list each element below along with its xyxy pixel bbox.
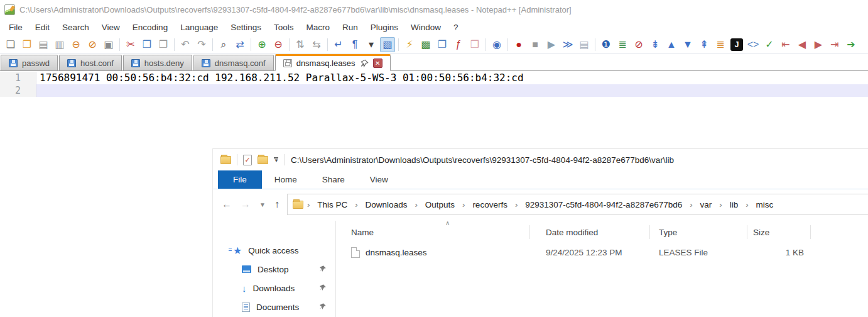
toolbar-nav-first-icon[interactable]: ⇤: [778, 37, 793, 52]
toolbar-nav-next-icon[interactable]: ▶: [811, 37, 826, 52]
toolbar-stop-macro-icon[interactable]: ■: [528, 37, 543, 52]
file-icon: [351, 247, 360, 258]
breadcrumb-lib[interactable]: lib: [726, 200, 742, 209]
gutter-fill: [0, 97, 36, 317]
toolbar-indent-guide-icon[interactable]: ▧: [380, 37, 395, 52]
toolbar-function-list-icon[interactable]: ƒ: [451, 37, 466, 52]
toolbar-close-all-icon[interactable]: ⊘: [85, 37, 100, 52]
toolbar-word-wrap-icon[interactable]: ↵: [331, 37, 346, 52]
toolbar-document-switcher-icon[interactable]: ❐: [435, 37, 450, 52]
toolbar-close-icon[interactable]: ⊖: [68, 37, 84, 52]
menu-edit[interactable]: Edit: [29, 21, 56, 34]
toolbar-nav-last-icon[interactable]: ⇥: [827, 37, 842, 52]
toolbar-json-plugin-icon[interactable]: J: [730, 38, 743, 51]
toolbar-toolbar-dropdown-icon[interactable]: ▾: [364, 37, 379, 52]
toolbar-play-macro-icon[interactable]: ▶: [544, 37, 559, 52]
breadcrumb-guid[interactable]: 92931307-c5fd-4804-94f2-a8287e677bd6: [521, 200, 686, 209]
toolbar-unfold-current-icon[interactable]: ▼: [680, 37, 695, 52]
sidebar-item-quick-access[interactable]: ★ Quick access: [213, 241, 335, 260]
menu-run[interactable]: Run: [336, 21, 364, 34]
tab-hosts-deny[interactable]: hosts.deny: [123, 55, 192, 70]
toolbar-bookmark-clear-icon[interactable]: ⊘: [631, 37, 646, 52]
toolbar-xml-tools-icon[interactable]: <>: [746, 37, 761, 52]
customize-qat-dropdown-icon[interactable]: ▼: [274, 157, 279, 162]
new-folder-icon[interactable]: [258, 156, 268, 164]
menu-file[interactable]: File: [3, 21, 29, 34]
toolbar-spell-check-icon[interactable]: ✓: [762, 37, 777, 52]
close-tab-icon[interactable]: ✕: [373, 58, 382, 68]
forward-button[interactable]: →: [241, 199, 251, 210]
ribbon-tab-share[interactable]: Share: [310, 170, 357, 189]
breadcrumb-outputs[interactable]: Outputs: [421, 200, 458, 209]
toolbar-compare-go-icon[interactable]: ➔: [844, 37, 859, 52]
tab-passwd[interactable]: passwd: [1, 55, 58, 70]
column-header-name[interactable]: Name: [346, 225, 530, 239]
toolbar-folder-as-workspace-icon[interactable]: ❒: [467, 37, 482, 52]
toolbar-new-file-icon[interactable]: ❏: [3, 37, 18, 52]
menu-view[interactable]: View: [95, 21, 126, 34]
column-header-type[interactable]: Type: [650, 225, 747, 239]
breadcrumb-this-pc[interactable]: This PC: [313, 200, 351, 209]
column-header-size[interactable]: Size: [747, 225, 811, 239]
breadcrumb-recoverfs[interactable]: recoverfs: [469, 200, 511, 209]
toolbar-show-all-characters-icon[interactable]: ¶: [347, 37, 362, 52]
breadcrumb-var[interactable]: var: [697, 200, 716, 209]
toolbar-open-file-icon[interactable]: ❐: [19, 37, 35, 52]
toolbar-sync-vertical-icon[interactable]: ⇅: [293, 37, 308, 52]
toolbar-document-monitor-eye-icon[interactable]: ◉: [489, 37, 504, 52]
toolbar-save-icon[interactable]: ▤: [36, 37, 51, 52]
toolbar-paste-icon[interactable]: ❐: [156, 37, 171, 52]
toolbar-unfold-all-icon[interactable]: ⇞: [697, 37, 712, 52]
sidebar-item-documents[interactable]: Documents: [213, 298, 335, 316]
toolbar-zoom-out-icon[interactable]: ⊖: [271, 37, 286, 52]
toolbar-file-monitoring-icon[interactable]: ▩: [418, 37, 433, 52]
back-button[interactable]: ←: [222, 199, 232, 210]
ribbon-tab-file[interactable]: File: [218, 170, 262, 189]
tab-host-conf[interactable]: host.conf: [59, 55, 122, 70]
toolbar-run-macro-multiple-icon[interactable]: ≫: [560, 37, 575, 52]
breadcrumb-downloads[interactable]: Downloads: [362, 200, 411, 209]
toolbar-launch-run-icon[interactable]: ⚡: [402, 37, 417, 52]
menu-settings[interactable]: Settings: [224, 21, 268, 34]
toolbar-redo-icon[interactable]: ↷: [194, 37, 209, 52]
tab-dnsmasq-leases[interactable]: dnsmasq.leases ✕: [275, 54, 391, 71]
toolbar-view-options-icon[interactable]: ≣: [713, 37, 728, 52]
menu-window[interactable]: Window: [404, 21, 447, 34]
toolbar-record-macro-icon[interactable]: ●: [511, 37, 526, 52]
sidebar-item-desktop[interactable]: Desktop: [213, 260, 335, 279]
toolbar-print-icon[interactable]: ▣: [101, 37, 116, 52]
ribbon-tab-view[interactable]: View: [357, 170, 401, 189]
menu-help[interactable]: ?: [447, 21, 465, 34]
toolbar-zoom-in-icon[interactable]: ⊕: [254, 37, 269, 52]
breadcrumb-misc[interactable]: misc: [752, 200, 778, 209]
toolbar-save-macro-icon[interactable]: ▤: [577, 37, 592, 52]
menu-language[interactable]: Language: [174, 21, 224, 34]
recent-locations-dropdown-icon[interactable]: ▼: [259, 201, 266, 208]
menu-search[interactable]: Search: [56, 21, 95, 34]
toolbar-undo-icon[interactable]: ↶: [178, 37, 193, 52]
toolbar-result-badge-1-icon[interactable]: ❶: [599, 37, 614, 52]
column-header-date-modified[interactable]: Date modified: [530, 225, 650, 239]
toolbar-nav-previous-icon[interactable]: ◀: [795, 37, 810, 52]
toolbar-sync-horizontal-icon[interactable]: ⇆: [309, 37, 324, 52]
menu-macro[interactable]: Macro: [300, 21, 337, 34]
sidebar-item-downloads[interactable]: ↓ Downloads: [213, 279, 335, 298]
toolbar-cut-icon[interactable]: ✂: [123, 37, 138, 52]
toolbar-copy-icon[interactable]: ❒: [139, 37, 155, 52]
file-row-dnsmasq-leases[interactable]: dnsmasq.leases 9/24/2025 12:23 PM LEASES…: [346, 243, 868, 262]
menu-plugins[interactable]: Plugins: [364, 21, 404, 34]
toolbar-bookmark-set-icon[interactable]: ≣: [615, 37, 630, 52]
tab-dnsmasq-conf[interactable]: dnsmasq.conf: [193, 55, 274, 70]
address-breadcrumb-bar[interactable]: › This PC › Downloads › Outputs › recove…: [287, 194, 868, 215]
pin-tab-icon[interactable]: [360, 59, 369, 68]
ribbon-tab-home[interactable]: Home: [262, 170, 310, 189]
menu-tools[interactable]: Tools: [268, 21, 300, 34]
toolbar-save-all-icon[interactable]: ▥: [52, 37, 67, 52]
toolbar-fold-current-icon[interactable]: ▲: [664, 37, 679, 52]
menu-encoding[interactable]: Encoding: [126, 21, 174, 34]
properties-check-icon[interactable]: ✓: [243, 155, 252, 165]
toolbar-replace-icon[interactable]: ⇄: [232, 37, 247, 52]
up-button[interactable]: ↑: [274, 199, 279, 210]
toolbar-find-icon[interactable]: ⌕: [216, 37, 231, 52]
toolbar-fold-all-icon[interactable]: ⇟: [648, 37, 663, 52]
